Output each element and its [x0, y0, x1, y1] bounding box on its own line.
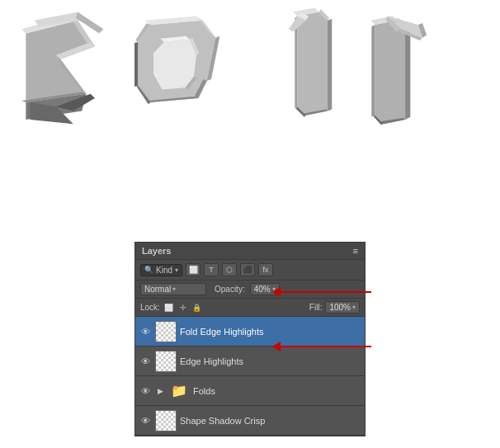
blend-mode-select[interactable]: Normal ▾: [140, 283, 206, 295]
layer-row[interactable]: 👁 ▶ 📁 Folds: [135, 376, 365, 406]
opacity-label: Opacity:: [215, 285, 245, 294]
layer-visibility-eye[interactable]: 👁: [139, 355, 152, 368]
layer-row[interactable]: 👁 Shape Shadow Crisp: [135, 406, 365, 436]
digit-1-first: [289, 7, 332, 117]
panel-menu-icon[interactable]: ≡: [353, 246, 358, 256]
layer-visibility-eye[interactable]: 👁: [139, 414, 152, 427]
filter-search-box[interactable]: 🔍 Kind ▾: [140, 264, 182, 276]
artwork-area: [0, 0, 500, 239]
digit-0: [134, 17, 219, 105]
opacity-arrow: ▾: [272, 285, 276, 293]
fill-value-box[interactable]: 100% ▾: [325, 301, 360, 314]
digit-1-second: [370, 17, 427, 125]
layer-name: Folds: [193, 386, 361, 396]
layer-thumbnail: [155, 351, 177, 372]
layer-row[interactable]: 👁 Edge Highlights: [135, 347, 365, 376]
lock-all-btn[interactable]: 🔒: [191, 302, 203, 314]
fill-arrow: ▾: [352, 304, 356, 311]
filter-icon-effects[interactable]: fx: [258, 263, 273, 276]
svg-marker-29: [295, 17, 297, 109]
lock-pixels-btn[interactable]: ⬜: [163, 302, 175, 314]
layer-visibility-eye[interactable]: 👁: [139, 325, 152, 338]
lock-label: Lock:: [140, 303, 160, 312]
lock-fill-row: Lock: ⬜ ✛ 🔒 Fill: 100% ▾: [135, 299, 365, 317]
fill-label: Fill:: [309, 303, 323, 312]
layer-expand-arrow[interactable]: ▶: [155, 386, 165, 396]
layer-name: Shape Shadow Crisp: [180, 416, 361, 426]
layer-thumbnail: [155, 410, 177, 431]
filter-icon-pixel[interactable]: ⬜: [186, 263, 200, 276]
filter-icon-path[interactable]: ⬡: [222, 263, 237, 276]
svg-marker-16: [134, 42, 138, 87]
search-icon: 🔍: [144, 266, 153, 274]
blend-opacity-row: Normal ▾ Opacity: 40% ▾: [135, 281, 365, 299]
filter-kind-arrow: ▾: [175, 266, 178, 274]
svg-marker-35: [405, 27, 410, 120]
filter-icons: ⬜ T ⬡ ⬛ fx: [186, 263, 360, 276]
opacity-value: 40%: [254, 285, 271, 294]
folder-icon: 📁: [168, 380, 190, 402]
layers-panel: Layers ≡ 🔍 Kind ▾ ⬜ T ⬡ ⬛ fx Normal ▾ Op…: [134, 242, 366, 436]
artwork-svg: [0, 0, 500, 239]
layer-thumbnail: [155, 321, 177, 342]
blend-mode-label: Normal: [144, 285, 171, 294]
layer-row[interactable]: 👁 Fold Edge Highlights: [135, 317, 365, 347]
filter-icon-text[interactable]: T: [204, 263, 219, 276]
layer-name: Fold Edge Highlights: [180, 327, 361, 337]
panel-title: Layers: [142, 246, 171, 256]
filter-row: 🔍 Kind ▾ ⬜ T ⬡ ⬛ fx: [135, 260, 365, 281]
svg-marker-23: [297, 12, 328, 115]
layer-visibility-eye[interactable]: 👁: [139, 384, 152, 398]
fill-value: 100%: [329, 303, 351, 312]
layer-name: Edge Highlights: [180, 356, 361, 366]
filter-kind-label: Kind: [156, 266, 172, 275]
blend-mode-arrow: ▾: [172, 285, 176, 293]
svg-marker-26: [328, 19, 332, 111]
filter-icon-smart[interactable]: ⬛: [240, 263, 255, 276]
svg-marker-38: [371, 25, 375, 117]
opacity-value-box[interactable]: 40% ▾: [250, 283, 280, 295]
svg-marker-32: [375, 21, 406, 124]
layers-title-bar: Layers ≡: [135, 243, 365, 260]
lock-icons: ⬜ ✛ 🔒: [163, 302, 306, 314]
lock-position-btn[interactable]: ✛: [177, 302, 189, 314]
